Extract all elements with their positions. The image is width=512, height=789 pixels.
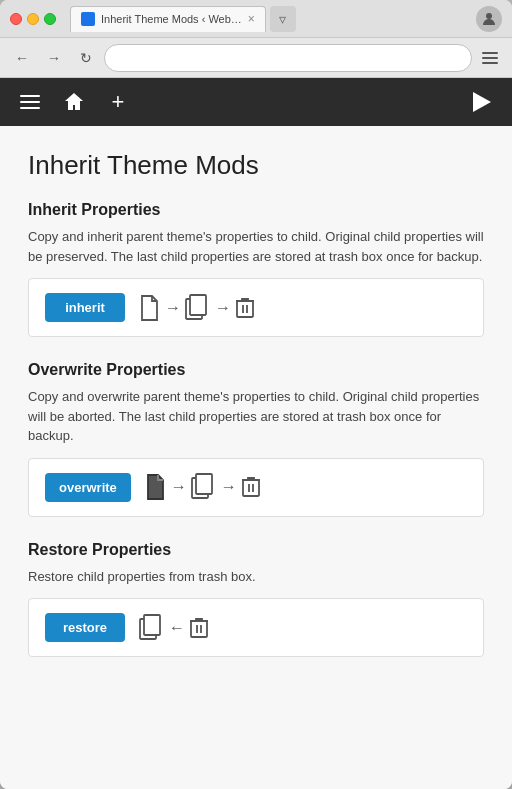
hamburger-icon: [20, 95, 40, 109]
forward-button[interactable]: →: [40, 44, 68, 72]
arrow-right-4-icon: →: [221, 478, 237, 496]
overwrite-button[interactable]: overwrite: [45, 473, 131, 502]
tab-label: Inherit Theme Mods ‹ Web…: [101, 13, 242, 25]
overwrite-section: Overwrite Properties Copy and overwrite …: [28, 361, 484, 517]
page-content: Inherit Theme Mods Inherit Properties Co…: [0, 126, 512, 789]
restore-action-card: restore ←: [28, 598, 484, 657]
close-window-button[interactable]: [10, 13, 22, 25]
play-icon: [473, 92, 491, 112]
arrow-right-icon: →: [165, 299, 181, 317]
back-button[interactable]: ←: [8, 44, 36, 72]
nav-bar: ← → ↻ 🔍: [0, 38, 512, 78]
inherit-section: Inherit Properties Copy and inherit pare…: [28, 201, 484, 337]
copy-doc-icon: [185, 294, 211, 322]
plus-icon: +: [112, 91, 125, 113]
maximize-window-button[interactable]: [44, 13, 56, 25]
overwrite-section-title: Overwrite Properties: [28, 361, 484, 379]
svg-rect-9: [191, 621, 207, 637]
address-wrapper: 🔍: [104, 44, 472, 72]
inherit-section-title: Inherit Properties: [28, 201, 484, 219]
overwrite-action-card: overwrite → →: [28, 458, 484, 517]
trash-2-icon: [241, 475, 261, 499]
minimize-window-button[interactable]: [27, 13, 39, 25]
restore-flow: ←: [139, 614, 209, 642]
arrow-right-3-icon: →: [171, 478, 187, 496]
browser-window: Inherit Theme Mods ‹ Web… × ▿ ← → ↻ 🔍: [0, 0, 512, 789]
inherit-action-card: inherit → →: [28, 278, 484, 337]
overwrite-flow: → →: [145, 473, 261, 501]
traffic-lights: [10, 13, 56, 25]
restore-section-desc: Restore child properties from trash box.: [28, 567, 484, 587]
tab-favicon: [81, 12, 95, 26]
svg-rect-2: [190, 295, 206, 315]
new-tab-button[interactable]: ▿: [270, 6, 296, 32]
svg-rect-3: [237, 301, 253, 317]
source-dark-doc-icon: [145, 474, 167, 500]
restore-section: Restore Properties Restore child propert…: [28, 541, 484, 658]
active-tab[interactable]: Inherit Theme Mods ‹ Web… ×: [70, 6, 266, 32]
arrow-right-2-icon: →: [215, 299, 231, 317]
svg-point-0: [486, 13, 492, 19]
overwrite-section-desc: Copy and overwrite parent theme's proper…: [28, 387, 484, 446]
restore-copy-doc-icon: [139, 614, 165, 642]
app-toolbar: +: [0, 78, 512, 126]
hamburger-menu-button[interactable]: [12, 84, 48, 120]
source-doc-icon: [139, 295, 161, 321]
menu-line: [482, 57, 498, 59]
svg-rect-8: [144, 615, 160, 635]
restore-section-title: Restore Properties: [28, 541, 484, 559]
inherit-section-desc: Copy and inherit parent theme's properti…: [28, 227, 484, 266]
inherit-button[interactable]: inherit: [45, 293, 125, 322]
svg-rect-5: [196, 474, 212, 494]
trash-icon: [235, 296, 255, 320]
restore-button[interactable]: restore: [45, 613, 125, 642]
arrow-left-icon: ←: [169, 619, 185, 637]
profile-icon[interactable]: [476, 6, 502, 32]
tab-bar: Inherit Theme Mods ‹ Web… × ▿: [70, 6, 470, 32]
add-button[interactable]: +: [100, 84, 136, 120]
reload-button[interactable]: ↻: [72, 44, 100, 72]
browser-menu-button[interactable]: [476, 44, 504, 72]
inherit-flow: → →: [139, 294, 255, 322]
title-bar: Inherit Theme Mods ‹ Web… × ▿: [0, 0, 512, 38]
tab-close-button[interactable]: ×: [248, 13, 255, 25]
page-title: Inherit Theme Mods: [28, 150, 484, 181]
menu-line: [482, 52, 498, 54]
home-icon: [63, 91, 85, 113]
trash-3-icon: [189, 616, 209, 640]
menu-line: [482, 62, 498, 64]
home-button[interactable]: [56, 84, 92, 120]
address-bar[interactable]: [104, 44, 472, 72]
svg-rect-6: [243, 480, 259, 496]
play-button[interactable]: [464, 84, 500, 120]
copy-doc-2-icon: [191, 473, 217, 501]
